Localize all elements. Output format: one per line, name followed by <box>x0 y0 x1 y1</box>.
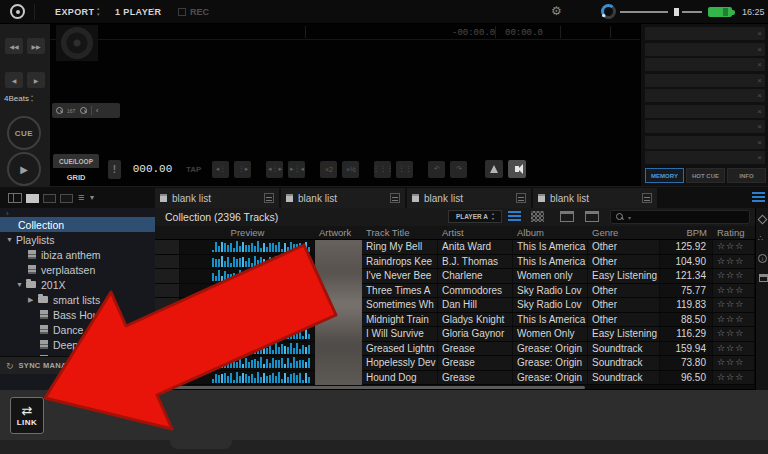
tree-expand-icon[interactable]: ▼ <box>6 236 16 243</box>
sidebar-item-verplaatsen[interactable]: verplaatsen <box>0 262 155 277</box>
table-row[interactable]: Raindrops KeeB.J. ThomasThis Is AmericaO… <box>155 255 755 270</box>
grid-edit-button-2[interactable]: ◂⋮▸ <box>266 161 283 178</box>
preview-waveform[interactable] <box>180 284 315 298</box>
column-genre[interactable]: Genre <box>588 227 660 238</box>
memory-cue-slot[interactable]: × <box>645 43 765 56</box>
table-row[interactable]: Hound DogGreaseGrease: OriginSoundtrack9… <box>155 371 755 386</box>
horizontal-scrollbar[interactable] <box>155 385 755 389</box>
table-row[interactable]: I've Never BeeCharleneWomen onlyEasy Lis… <box>155 269 755 284</box>
preview-waveform[interactable] <box>180 342 315 356</box>
layout-browse-view-icon[interactable] <box>60 194 73 203</box>
grid-edit-button-7[interactable]: ⋮⋮ <box>396 161 413 178</box>
zoom-in-icon[interactable] <box>80 107 87 114</box>
cue-button[interactable]: CUE <box>7 116 41 150</box>
tab-list-icon[interactable] <box>264 193 274 203</box>
browser-menu-chevron-icon[interactable]: ▾ <box>90 193 94 202</box>
artwork-small-icon[interactable] <box>560 211 574 222</box>
column-bpm[interactable]: BPM <box>660 227 713 238</box>
settings-gear-icon[interactable]: ⚙ <box>551 4 562 18</box>
grid-edit-button-9[interactable]: ↷ <box>450 161 467 178</box>
preview-waveform[interactable] <box>180 371 315 385</box>
preview-waveform[interactable] <box>180 240 315 254</box>
volume-slider-thumb[interactable] <box>674 8 679 16</box>
tap-button[interactable]: TAP <box>186 165 201 174</box>
table-row[interactable]: Greased LightnGreaseGrease: OriginSoundt… <box>155 342 755 357</box>
layout-two-pane-icon[interactable] <box>43 194 56 203</box>
zoom-back-icon[interactable]: ‹ <box>96 107 99 115</box>
export-mode-selector[interactable]: EXPORT <box>55 7 94 17</box>
memory-cue-slot[interactable]: × <box>645 74 765 87</box>
table-row[interactable]: Hopelessly DevGreaseGrease: OriginSoundt… <box>155 356 755 371</box>
table-row[interactable]: I Will SurviveGloria GaynorWomen OnlyEas… <box>155 327 755 342</box>
beat-jump-fwd-button[interactable]: ▶ <box>27 72 45 88</box>
grid-edit-button-5[interactable]: ×½ <box>342 161 359 178</box>
layout-split-view-icon[interactable] <box>8 193 22 203</box>
memory-device-icon[interactable] <box>759 274 768 282</box>
artwork-large-icon[interactable] <box>585 211 599 222</box>
blank-list-tab-1[interactable]: blank list <box>155 188 279 208</box>
browser-menu-icon[interactable]: ≡ <box>78 191 84 203</box>
play-button[interactable]: ▶ <box>7 152 41 186</box>
memory-tab-info[interactable]: INFO <box>727 168 766 183</box>
preview-waveform[interactable] <box>180 298 315 312</box>
memory-cue-slot[interactable]: × <box>645 58 765 71</box>
table-row[interactable]: Three Times ACommodoresSky Radio LovOthe… <box>155 284 755 299</box>
sidebar-item-bass-house[interactable]: Bass House <box>0 307 155 322</box>
delete-cue-icon[interactable]: × <box>757 91 762 100</box>
player-count-spinner-icon[interactable]: ▴▾ <box>152 6 155 17</box>
tab-list-icon[interactable] <box>390 193 400 203</box>
info-icon[interactable]: i <box>758 254 767 263</box>
column-preview[interactable]: Preview <box>180 227 315 238</box>
blank-list-tab-2[interactable]: blank list <box>281 188 405 208</box>
preview-waveform[interactable] <box>180 356 315 370</box>
tag-icon[interactable] <box>758 215 768 225</box>
tab-list-icon[interactable] <box>516 193 526 203</box>
column-artist[interactable]: Artist <box>438 227 513 238</box>
memory-cue-slot[interactable]: × <box>645 105 765 118</box>
sidebar-item-collection[interactable]: Collection <box>0 217 155 232</box>
link-button[interactable]: ⇄ LINK <box>10 397 44 434</box>
master-volume-knob[interactable] <box>601 4 616 19</box>
horizontal-scrollbar-thumb[interactable] <box>157 386 585 389</box>
preview-waveform[interactable] <box>180 255 315 269</box>
delete-cue-icon[interactable]: × <box>757 76 762 85</box>
preview-waveform[interactable] <box>180 313 315 327</box>
memory-cue-slot[interactable]: × <box>645 89 765 102</box>
delete-cue-icon[interactable]: × <box>757 45 762 54</box>
sidebar-item-playlists[interactable]: ▼Playlists <box>0 232 155 247</box>
metronome-button[interactable] <box>485 160 503 178</box>
tree-expand-icon[interactable]: ▶ <box>28 296 38 304</box>
delete-cue-icon[interactable]: × <box>757 153 762 162</box>
memory-cue-slot[interactable]: × <box>645 136 765 149</box>
search-input[interactable]: ▾ <box>610 210 750 224</box>
sync-manager-button[interactable]: ↻ SYNC MANAGER <box>0 356 155 374</box>
volume-slider[interactable] <box>620 11 668 13</box>
column-rating[interactable]: Rating <box>713 227 755 238</box>
beat-jump-back-button[interactable]: ◀ <box>5 72 23 88</box>
player-list-toggle-icon[interactable] <box>752 192 765 203</box>
grid-view-icon[interactable] <box>531 211 544 222</box>
search-filter-chevron-icon[interactable]: ▾ <box>628 214 631 221</box>
delete-cue-icon[interactable]: × <box>757 122 762 131</box>
grid-edit-button-3[interactable]: ▸⋮◂ <box>288 161 305 178</box>
table-row[interactable]: Ring My BellAnita WardThis Is AmericaOth… <box>155 240 755 255</box>
grid-edit-button-4[interactable]: ×2 <box>320 161 337 178</box>
zoom-out-icon[interactable] <box>56 107 63 114</box>
table-row[interactable]: Sometimes WhDan HillSky Radio LovOther11… <box>155 298 755 313</box>
related-tracks-icon[interactable]: ∴ <box>758 234 763 243</box>
sidebar-item-ibiza-anthem[interactable]: ibiza anthem <box>0 247 155 262</box>
delete-cue-icon[interactable]: × <box>757 138 762 147</box>
blank-list-tab-3[interactable]: blank list <box>407 188 531 208</box>
memory-cue-slot[interactable]: × <box>645 27 765 40</box>
delete-cue-icon[interactable]: × <box>757 60 762 69</box>
tab-list-icon[interactable] <box>642 193 652 203</box>
rekordbox-logo-icon[interactable] <box>10 4 25 19</box>
tree-expand-icon[interactable]: ▼ <box>16 281 26 288</box>
layout-full-view-icon[interactable] <box>26 194 39 203</box>
balance-slider[interactable] <box>682 11 702 13</box>
column-album[interactable]: Album <box>513 227 588 238</box>
metronome-sound-button[interactable] <box>508 160 526 178</box>
grid-edit-button-0[interactable]: ◂⋮ <box>212 161 229 178</box>
column-artwork[interactable]: Artwork <box>315 227 362 238</box>
grid-warning-button[interactable]: ! <box>108 160 121 179</box>
